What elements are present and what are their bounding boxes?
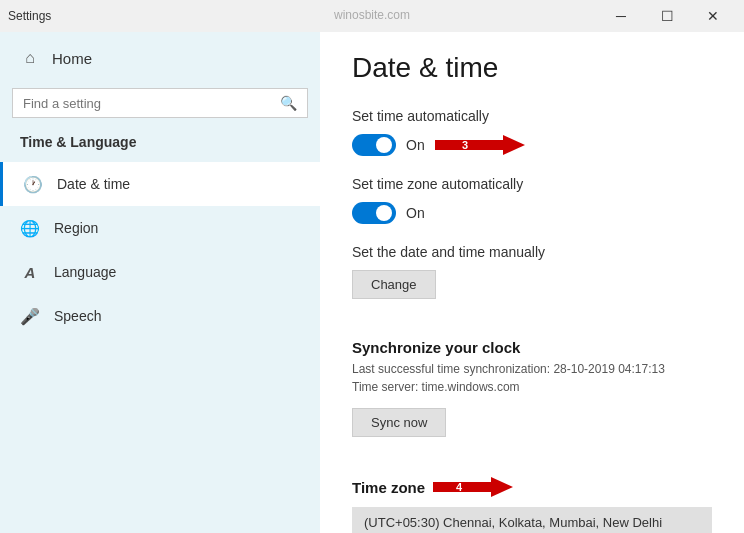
app-title: Settings bbox=[8, 9, 51, 23]
svg-text:3: 3 bbox=[462, 139, 468, 151]
set-timezone-auto-label: Set time zone automatically bbox=[352, 176, 712, 192]
minimize-button[interactable]: ─ bbox=[598, 2, 644, 30]
sidebar-item-date-time[interactable]: 🕐 Date & time bbox=[0, 162, 320, 206]
timezone-label: Time zone 4 bbox=[352, 477, 712, 497]
manual-time-group: Set the date and time manually Change bbox=[352, 244, 712, 319]
manual-time-label: Set the date and time manually bbox=[352, 244, 712, 260]
sidebar-item-speech-label: Speech bbox=[54, 308, 101, 324]
title-bar: Settings winosbite.com ─ ☐ ✕ bbox=[0, 0, 744, 32]
svg-text:4: 4 bbox=[456, 481, 463, 493]
home-label: Home bbox=[52, 50, 92, 67]
set-time-auto-group: Set time automatically On 3 bbox=[352, 108, 712, 156]
globe-icon: 🌐 bbox=[20, 218, 40, 238]
toggle-timezone-auto-state: On bbox=[406, 205, 425, 221]
sidebar-item-region-label: Region bbox=[54, 220, 98, 236]
toggle-timezone-auto-row: On bbox=[352, 202, 712, 224]
sidebar-home[interactable]: ⌂ Home bbox=[0, 32, 320, 84]
search-icon: 🔍 bbox=[280, 95, 297, 111]
svg-marker-4 bbox=[491, 477, 513, 497]
clock-icon: 🕐 bbox=[23, 174, 43, 194]
sidebar-item-region[interactable]: 🌐 Region bbox=[0, 206, 320, 250]
sync-clock-group: Synchronize your clock Last successful t… bbox=[352, 339, 712, 457]
change-button[interactable]: Change bbox=[352, 270, 436, 299]
language-icon: A bbox=[20, 262, 40, 282]
timezone-value: (UTC+05:30) Chennai, Kolkata, Mumbai, Ne… bbox=[364, 515, 662, 530]
sidebar-item-language-label: Language bbox=[54, 264, 116, 280]
sidebar-search-box[interactable]: 🔍 bbox=[12, 88, 308, 118]
annotation-arrow-3: 3 bbox=[435, 135, 525, 155]
sidebar-section-title: Time & Language bbox=[0, 126, 320, 162]
set-time-auto-label: Set time automatically bbox=[352, 108, 712, 124]
main-container: ⌂ Home 🔍 Time & Language 🕐 Date & time 🌐… bbox=[0, 32, 744, 533]
sidebar-item-date-time-label: Date & time bbox=[57, 176, 130, 192]
sidebar-item-speech[interactable]: 🎤 Speech bbox=[0, 294, 320, 338]
sync-title: Synchronize your clock bbox=[352, 339, 712, 356]
sync-now-button[interactable]: Sync now bbox=[352, 408, 446, 437]
watermark: winosbite.com bbox=[334, 8, 410, 22]
toggle-time-auto-state: On bbox=[406, 137, 425, 153]
svg-marker-1 bbox=[503, 135, 525, 155]
toggle-time-auto[interactable] bbox=[352, 134, 396, 156]
search-input[interactable] bbox=[23, 96, 272, 111]
toggle-time-auto-row: On 3 bbox=[352, 134, 712, 156]
home-icon: ⌂ bbox=[20, 48, 40, 68]
toggle-timezone-auto[interactable] bbox=[352, 202, 396, 224]
sync-info-server: Time server: time.windows.com bbox=[352, 380, 712, 394]
sync-info-last: Last successful time synchronization: 28… bbox=[352, 362, 712, 376]
page-title: Date & time bbox=[352, 52, 712, 84]
sidebar-item-language[interactable]: A Language bbox=[0, 250, 320, 294]
maximize-button[interactable]: ☐ bbox=[644, 2, 690, 30]
timezone-group: Time zone 4 (UTC+05:30) Chennai, Kolkata… bbox=[352, 477, 712, 533]
annotation-arrow-4: 4 bbox=[433, 477, 513, 497]
close-button[interactable]: ✕ bbox=[690, 2, 736, 30]
sidebar: ⌂ Home 🔍 Time & Language 🕐 Date & time 🌐… bbox=[0, 32, 320, 533]
content-area: Date & time Set time automatically On 3 … bbox=[320, 32, 744, 533]
svg-rect-0 bbox=[435, 140, 503, 150]
window-controls: ─ ☐ ✕ bbox=[598, 2, 736, 30]
timezone-dropdown[interactable]: (UTC+05:30) Chennai, Kolkata, Mumbai, Ne… bbox=[352, 507, 712, 533]
microphone-icon: 🎤 bbox=[20, 306, 40, 326]
set-timezone-auto-group: Set time zone automatically On bbox=[352, 176, 712, 224]
